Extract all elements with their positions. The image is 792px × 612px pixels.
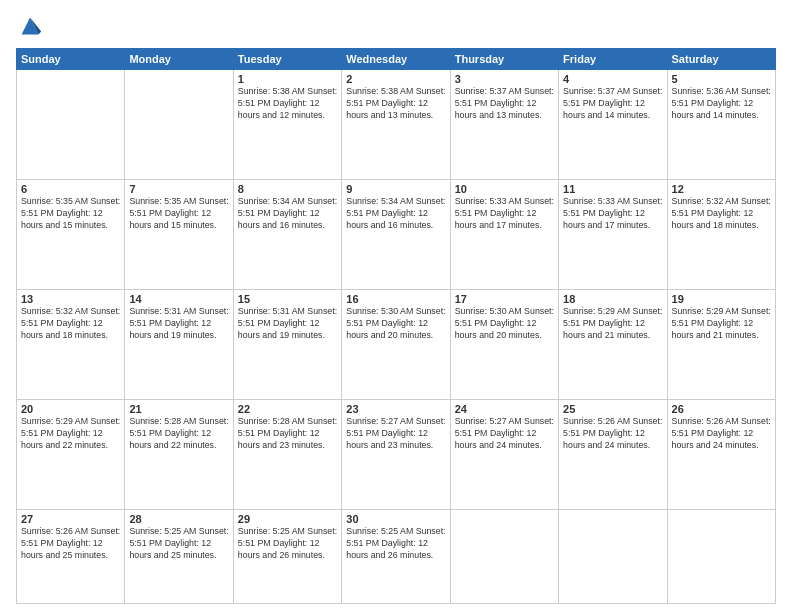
day-cell: 18Sunrise: 5:29 AM Sunset: 5:51 PM Dayli… <box>559 290 667 400</box>
day-cell <box>450 510 558 604</box>
day-cell: 13Sunrise: 5:32 AM Sunset: 5:51 PM Dayli… <box>17 290 125 400</box>
day-info: Sunrise: 5:28 AM Sunset: 5:51 PM Dayligh… <box>238 416 337 452</box>
day-number: 23 <box>346 403 445 415</box>
header-cell-friday: Friday <box>559 49 667 70</box>
day-info: Sunrise: 5:25 AM Sunset: 5:51 PM Dayligh… <box>238 526 337 562</box>
day-info: Sunrise: 5:35 AM Sunset: 5:51 PM Dayligh… <box>129 196 228 232</box>
day-number: 4 <box>563 73 662 85</box>
header-row: SundayMondayTuesdayWednesdayThursdayFrid… <box>17 49 776 70</box>
day-number: 27 <box>21 513 120 525</box>
header-cell-monday: Monday <box>125 49 233 70</box>
day-number: 29 <box>238 513 337 525</box>
day-cell: 25Sunrise: 5:26 AM Sunset: 5:51 PM Dayli… <box>559 400 667 510</box>
day-number: 25 <box>563 403 662 415</box>
day-info: Sunrise: 5:35 AM Sunset: 5:51 PM Dayligh… <box>21 196 120 232</box>
day-number: 7 <box>129 183 228 195</box>
day-number: 18 <box>563 293 662 305</box>
day-number: 21 <box>129 403 228 415</box>
day-cell: 24Sunrise: 5:27 AM Sunset: 5:51 PM Dayli… <box>450 400 558 510</box>
day-cell: 16Sunrise: 5:30 AM Sunset: 5:51 PM Dayli… <box>342 290 450 400</box>
day-cell: 17Sunrise: 5:30 AM Sunset: 5:51 PM Dayli… <box>450 290 558 400</box>
day-cell: 4Sunrise: 5:37 AM Sunset: 5:51 PM Daylig… <box>559 70 667 180</box>
day-number: 9 <box>346 183 445 195</box>
day-cell: 30Sunrise: 5:25 AM Sunset: 5:51 PM Dayli… <box>342 510 450 604</box>
day-cell: 8Sunrise: 5:34 AM Sunset: 5:51 PM Daylig… <box>233 180 341 290</box>
day-info: Sunrise: 5:29 AM Sunset: 5:51 PM Dayligh… <box>672 306 771 342</box>
day-cell <box>559 510 667 604</box>
day-number: 5 <box>672 73 771 85</box>
header-cell-saturday: Saturday <box>667 49 775 70</box>
header-cell-tuesday: Tuesday <box>233 49 341 70</box>
week-row-2: 6Sunrise: 5:35 AM Sunset: 5:51 PM Daylig… <box>17 180 776 290</box>
day-number: 24 <box>455 403 554 415</box>
day-info: Sunrise: 5:26 AM Sunset: 5:51 PM Dayligh… <box>672 416 771 452</box>
day-cell: 6Sunrise: 5:35 AM Sunset: 5:51 PM Daylig… <box>17 180 125 290</box>
day-cell: 2Sunrise: 5:38 AM Sunset: 5:51 PM Daylig… <box>342 70 450 180</box>
day-cell: 12Sunrise: 5:32 AM Sunset: 5:51 PM Dayli… <box>667 180 775 290</box>
day-cell: 14Sunrise: 5:31 AM Sunset: 5:51 PM Dayli… <box>125 290 233 400</box>
day-cell: 5Sunrise: 5:36 AM Sunset: 5:51 PM Daylig… <box>667 70 775 180</box>
day-info: Sunrise: 5:37 AM Sunset: 5:51 PM Dayligh… <box>455 86 554 122</box>
day-cell: 11Sunrise: 5:33 AM Sunset: 5:51 PM Dayli… <box>559 180 667 290</box>
day-info: Sunrise: 5:29 AM Sunset: 5:51 PM Dayligh… <box>563 306 662 342</box>
page: SundayMondayTuesdayWednesdayThursdayFrid… <box>0 0 792 612</box>
day-info: Sunrise: 5:30 AM Sunset: 5:51 PM Dayligh… <box>455 306 554 342</box>
day-cell: 7Sunrise: 5:35 AM Sunset: 5:51 PM Daylig… <box>125 180 233 290</box>
header-cell-thursday: Thursday <box>450 49 558 70</box>
day-info: Sunrise: 5:37 AM Sunset: 5:51 PM Dayligh… <box>563 86 662 122</box>
day-cell <box>125 70 233 180</box>
day-number: 28 <box>129 513 228 525</box>
day-number: 1 <box>238 73 337 85</box>
day-cell: 26Sunrise: 5:26 AM Sunset: 5:51 PM Dayli… <box>667 400 775 510</box>
day-info: Sunrise: 5:26 AM Sunset: 5:51 PM Dayligh… <box>21 526 120 562</box>
day-number: 17 <box>455 293 554 305</box>
day-number: 26 <box>672 403 771 415</box>
day-number: 6 <box>21 183 120 195</box>
week-row-5: 27Sunrise: 5:26 AM Sunset: 5:51 PM Dayli… <box>17 510 776 604</box>
day-cell: 20Sunrise: 5:29 AM Sunset: 5:51 PM Dayli… <box>17 400 125 510</box>
day-info: Sunrise: 5:27 AM Sunset: 5:51 PM Dayligh… <box>455 416 554 452</box>
day-cell <box>667 510 775 604</box>
day-info: Sunrise: 5:25 AM Sunset: 5:51 PM Dayligh… <box>129 526 228 562</box>
week-row-1: 1Sunrise: 5:38 AM Sunset: 5:51 PM Daylig… <box>17 70 776 180</box>
week-row-3: 13Sunrise: 5:32 AM Sunset: 5:51 PM Dayli… <box>17 290 776 400</box>
day-cell: 1Sunrise: 5:38 AM Sunset: 5:51 PM Daylig… <box>233 70 341 180</box>
day-info: Sunrise: 5:29 AM Sunset: 5:51 PM Dayligh… <box>21 416 120 452</box>
day-info: Sunrise: 5:27 AM Sunset: 5:51 PM Dayligh… <box>346 416 445 452</box>
day-number: 12 <box>672 183 771 195</box>
calendar-table: SundayMondayTuesdayWednesdayThursdayFrid… <box>16 48 776 604</box>
day-cell: 9Sunrise: 5:34 AM Sunset: 5:51 PM Daylig… <box>342 180 450 290</box>
day-number: 13 <box>21 293 120 305</box>
day-number: 3 <box>455 73 554 85</box>
week-row-4: 20Sunrise: 5:29 AM Sunset: 5:51 PM Dayli… <box>17 400 776 510</box>
day-info: Sunrise: 5:25 AM Sunset: 5:51 PM Dayligh… <box>346 526 445 562</box>
day-number: 10 <box>455 183 554 195</box>
day-info: Sunrise: 5:28 AM Sunset: 5:51 PM Dayligh… <box>129 416 228 452</box>
day-info: Sunrise: 5:33 AM Sunset: 5:51 PM Dayligh… <box>455 196 554 232</box>
day-cell: 23Sunrise: 5:27 AM Sunset: 5:51 PM Dayli… <box>342 400 450 510</box>
day-number: 8 <box>238 183 337 195</box>
day-number: 2 <box>346 73 445 85</box>
day-number: 15 <box>238 293 337 305</box>
day-info: Sunrise: 5:26 AM Sunset: 5:51 PM Dayligh… <box>563 416 662 452</box>
day-number: 14 <box>129 293 228 305</box>
day-info: Sunrise: 5:38 AM Sunset: 5:51 PM Dayligh… <box>238 86 337 122</box>
logo <box>16 12 46 40</box>
day-cell: 21Sunrise: 5:28 AM Sunset: 5:51 PM Dayli… <box>125 400 233 510</box>
day-info: Sunrise: 5:32 AM Sunset: 5:51 PM Dayligh… <box>672 196 771 232</box>
day-cell: 28Sunrise: 5:25 AM Sunset: 5:51 PM Dayli… <box>125 510 233 604</box>
day-cell: 3Sunrise: 5:37 AM Sunset: 5:51 PM Daylig… <box>450 70 558 180</box>
header-cell-sunday: Sunday <box>17 49 125 70</box>
day-info: Sunrise: 5:38 AM Sunset: 5:51 PM Dayligh… <box>346 86 445 122</box>
day-info: Sunrise: 5:31 AM Sunset: 5:51 PM Dayligh… <box>238 306 337 342</box>
day-info: Sunrise: 5:34 AM Sunset: 5:51 PM Dayligh… <box>238 196 337 232</box>
day-cell <box>17 70 125 180</box>
day-cell: 15Sunrise: 5:31 AM Sunset: 5:51 PM Dayli… <box>233 290 341 400</box>
day-cell: 29Sunrise: 5:25 AM Sunset: 5:51 PM Dayli… <box>233 510 341 604</box>
day-number: 11 <box>563 183 662 195</box>
day-cell: 22Sunrise: 5:28 AM Sunset: 5:51 PM Dayli… <box>233 400 341 510</box>
day-info: Sunrise: 5:30 AM Sunset: 5:51 PM Dayligh… <box>346 306 445 342</box>
header <box>16 12 776 40</box>
day-info: Sunrise: 5:32 AM Sunset: 5:51 PM Dayligh… <box>21 306 120 342</box>
day-info: Sunrise: 5:31 AM Sunset: 5:51 PM Dayligh… <box>129 306 228 342</box>
